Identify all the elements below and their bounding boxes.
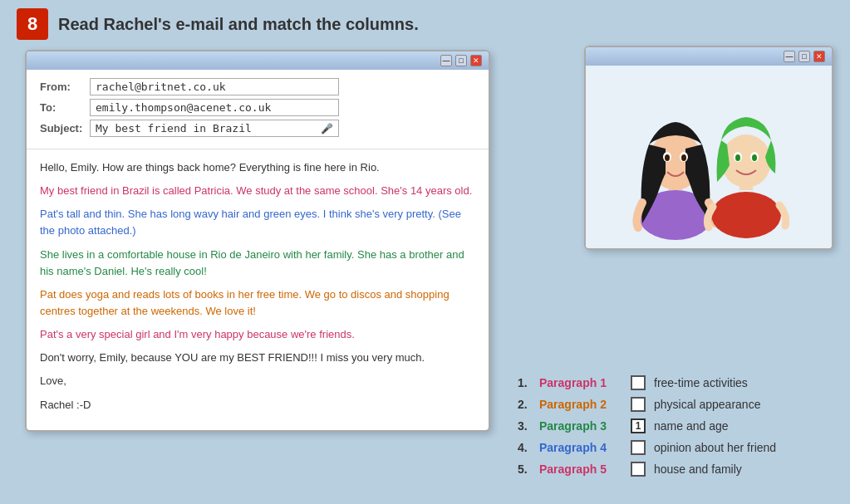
mic-icon: 🎤: [321, 123, 333, 135]
from-value: rachel@britnet.co.uk: [90, 78, 339, 95]
svg-point-7: [681, 154, 686, 161]
close-button[interactable]: ✕: [470, 55, 482, 66]
match-number-5: 5.: [518, 462, 531, 476]
photo-window: — □ ✕: [584, 46, 833, 250]
email-outro: Don't worry, Emily, because YOU are my B…: [40, 350, 475, 366]
email-titlebar: — □ ✕: [27, 51, 489, 70]
match-checkbox-2[interactable]: [631, 397, 646, 412]
match-checkbox-3[interactable]: 1: [631, 418, 646, 433]
svg-point-13: [735, 154, 740, 161]
photo-content: [586, 66, 832, 248]
svg-point-6: [665, 154, 670, 161]
matching-section: 1. Paragraph 1 free-time activities 2. P…: [518, 375, 833, 483]
match-para-1: Paragraph 1: [539, 376, 622, 389]
match-number-3: 3.: [518, 419, 531, 433]
match-number-2: 2.: [518, 398, 531, 411]
email-para4: Pat does yoga and reads lots of books in…: [40, 286, 475, 320]
match-checkbox-5[interactable]: [631, 462, 646, 477]
match-label-5: house and family: [654, 462, 742, 476]
match-label-4: opinion about her friend: [654, 441, 776, 454]
subject-value: My best friend in Brazil 🎤: [90, 120, 339, 137]
photo-titlebar: — □ ✕: [586, 47, 832, 66]
subject-label: Subject:: [40, 122, 90, 135]
match-row-5: 5. Paragraph 5 house and family: [518, 462, 833, 477]
minimize-button[interactable]: —: [440, 55, 452, 66]
match-number-4: 4.: [518, 441, 531, 454]
match-row-4: 4. Paragraph 4 opinion about her friend: [518, 440, 833, 455]
to-value: emily.thompson@acenet.co.uk: [90, 99, 339, 116]
email-sign2: Rachel :-D: [40, 397, 475, 413]
match-label-2: physical appearance: [654, 398, 760, 411]
email-intro: Hello, Emily. How are things back home? …: [40, 159, 475, 176]
from-label: From:: [40, 81, 90, 93]
email-para3: She lives in a comfortable house in Rio …: [40, 247, 475, 280]
exercise-number: 8: [17, 8, 48, 40]
match-para-3: Paragraph 3: [539, 419, 622, 433]
cartoon-image: [601, 74, 817, 240]
email-para2: Pat's tall and thin. She has long wavy h…: [40, 206, 475, 239]
match-row-1: 1. Paragraph 1 free-time activities: [518, 375, 833, 390]
match-label-3: name and age: [654, 419, 729, 433]
match-para-2: Paragraph 2: [539, 398, 622, 411]
photo-minimize-button[interactable]: —: [784, 51, 795, 62]
svg-point-14: [752, 154, 757, 161]
match-checkbox-4[interactable]: [631, 440, 646, 455]
email-sign1: Love,: [40, 373, 475, 389]
email-header: From: rachel@britnet.co.uk To: emily.tho…: [27, 70, 489, 149]
match-para-4: Paragraph 4: [539, 441, 622, 454]
match-para-5: Paragraph 5: [539, 462, 622, 476]
email-body: Hello, Emily. How are things back home? …: [27, 149, 489, 430]
restore-button[interactable]: □: [455, 55, 467, 66]
match-label-1: free-time activities: [654, 376, 748, 389]
email-window: — □ ✕ From: rachel@britnet.co.uk To: emi…: [25, 50, 490, 432]
match-number-1: 1.: [518, 376, 531, 389]
match-row-2: 2. Paragraph 2 physical appearance: [518, 397, 833, 412]
header-title: Read Rachel's e-mail and match the colum…: [58, 15, 419, 34]
email-para1: My best friend in Brazil is called Patri…: [40, 183, 475, 199]
from-field: From: rachel@britnet.co.uk: [40, 78, 475, 95]
header: 8 Read Rachel's e-mail and match the col…: [0, 0, 850, 48]
match-row-3: 3. Paragraph 3 1 name and age: [518, 418, 833, 433]
photo-close-button[interactable]: ✕: [813, 51, 825, 62]
match-checkbox-1[interactable]: [631, 375, 646, 390]
to-field: To: emily.thompson@acenet.co.uk: [40, 99, 475, 116]
subject-field: Subject: My best friend in Brazil 🎤: [40, 120, 475, 137]
to-label: To:: [40, 101, 90, 114]
photo-restore-button[interactable]: □: [798, 51, 810, 62]
svg-point-8: [711, 192, 781, 238]
email-para5: Pat's a very special girl and I'm very h…: [40, 326, 475, 343]
